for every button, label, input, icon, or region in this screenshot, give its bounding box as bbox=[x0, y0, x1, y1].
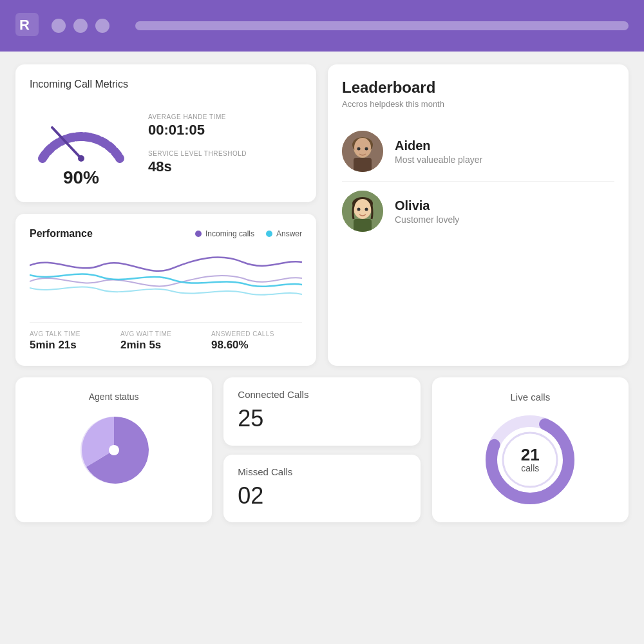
live-calls-chart: 21 calls bbox=[446, 412, 614, 508]
svg-point-19 bbox=[109, 445, 119, 455]
header: R bbox=[0, 0, 644, 52]
bottom-row: Agent status Connected Calls 25 bbox=[15, 377, 629, 522]
nav-dot-1[interactable] bbox=[52, 19, 66, 33]
agent-status-card: Agent status bbox=[15, 377, 212, 522]
service-level-value: 48s bbox=[148, 158, 247, 175]
avatar-olivia bbox=[342, 191, 383, 232]
incoming-call-metrics-card: Incoming Call Metrics 90% AVERAGE HANDE … bbox=[15, 64, 316, 202]
main-content: Incoming Call Metrics 90% AVERAGE HANDE … bbox=[0, 52, 644, 535]
live-calls-title: Live calls bbox=[446, 392, 614, 402]
metrics-title: Incoming Call Metrics bbox=[30, 79, 302, 90]
perf-header: Performance Incoming calls Answer bbox=[30, 228, 302, 240]
performance-card: Performance Incoming calls Answer bbox=[15, 214, 316, 366]
service-level-stat: SERVICE LEVEL THRESHOLD 48s bbox=[148, 150, 247, 175]
legend-label-incoming: Incoming calls bbox=[205, 229, 254, 238]
leaderboard-entry-aiden: Aiden Most valueable player bbox=[342, 122, 614, 181]
live-calls-center: 21 calls bbox=[521, 446, 540, 473]
agent-pie-chart bbox=[72, 408, 156, 492]
legend-label-answer: Answer bbox=[276, 229, 302, 238]
svg-rect-7 bbox=[354, 158, 372, 172]
agent-status-chart bbox=[30, 408, 198, 492]
avg-wait-time: AVG WAIT TIME 2min 5s bbox=[120, 330, 211, 352]
avg-handle-stat: AVERAGE HANDE TIME 00:01:05 bbox=[148, 113, 247, 138]
metrics-body: 90% AVERAGE HANDE TIME 00:01:05 SERVICE … bbox=[30, 100, 302, 188]
header-nav-dots bbox=[52, 19, 109, 33]
nav-dot-2[interactable] bbox=[73, 19, 88, 33]
svg-text:R: R bbox=[19, 17, 30, 33]
connected-calls-label: Connected Calls bbox=[238, 389, 406, 400]
leaderboard-card: Leaderboard Accros helpdesk this month A… bbox=[328, 64, 629, 366]
entry-desc-aiden: Most valueable player bbox=[395, 155, 482, 165]
gauge-wrap: 90% bbox=[30, 100, 133, 188]
connected-calls-card: Connected Calls 25 bbox=[223, 377, 420, 446]
leaderboard-title: Leaderboard bbox=[342, 79, 614, 97]
avg-talk-time: AVG TALK TIME 5min 21s bbox=[30, 330, 120, 352]
header-search-bar[interactable] bbox=[135, 21, 629, 30]
svg-rect-14 bbox=[354, 219, 372, 232]
perf-stats: AVG TALK TIME 5min 21s AVG WAIT TIME 2mi… bbox=[30, 322, 302, 352]
avg-talk-time-value: 5min 21s bbox=[30, 339, 120, 352]
avg-talk-time-label: AVG TALK TIME bbox=[30, 330, 120, 337]
metrics-stats: AVERAGE HANDE TIME 00:01:05 SERVICE LEVE… bbox=[148, 113, 247, 175]
missed-calls-label: Missed Calls bbox=[238, 466, 406, 477]
svg-point-16 bbox=[357, 208, 361, 211]
legend-dot-answer bbox=[266, 231, 272, 237]
answered-calls: ANSWERED CALLS 98.60% bbox=[211, 330, 302, 352]
performance-chart bbox=[30, 246, 302, 310]
answered-calls-value: 98.60% bbox=[211, 339, 302, 352]
entry-info-aiden: Aiden Most valueable player bbox=[395, 138, 482, 165]
avg-handle-label: AVERAGE HANDE TIME bbox=[148, 113, 247, 120]
avg-wait-time-value: 2min 5s bbox=[120, 339, 211, 352]
entry-name-olivia: Olivia bbox=[395, 198, 459, 213]
legend-incoming: Incoming calls bbox=[195, 229, 254, 238]
answered-calls-label: ANSWERED CALLS bbox=[211, 330, 302, 337]
agent-status-title: Agent status bbox=[30, 392, 198, 402]
perf-legend: Incoming calls Answer bbox=[195, 229, 302, 238]
leaderboard-entry-olivia: Olivia Customer lovely bbox=[342, 181, 614, 241]
legend-answer: Answer bbox=[266, 229, 302, 238]
avatar-aiden bbox=[342, 131, 383, 172]
connected-calls-value: 25 bbox=[238, 405, 406, 432]
svg-point-9 bbox=[357, 147, 361, 151]
svg-point-3 bbox=[78, 155, 84, 162]
gauge-chart bbox=[30, 100, 133, 165]
entry-desc-olivia: Customer lovely bbox=[395, 214, 459, 225]
svg-point-17 bbox=[365, 208, 368, 211]
live-calls-unit: calls bbox=[521, 463, 540, 473]
svg-point-8 bbox=[354, 138, 371, 157]
service-level-label: SERVICE LEVEL THRESHOLD bbox=[148, 150, 247, 157]
perf-title: Performance bbox=[30, 228, 93, 240]
gauge-percentage: 90% bbox=[63, 167, 99, 188]
missed-calls-card: Missed Calls 02 bbox=[223, 455, 420, 523]
live-calls-card: Live calls 21 calls bbox=[432, 377, 629, 522]
missed-calls-value: 02 bbox=[238, 482, 406, 509]
svg-point-10 bbox=[365, 147, 368, 151]
entry-name-aiden: Aiden bbox=[395, 138, 482, 153]
leaderboard-subtitle: Accros helpdesk this month bbox=[342, 99, 614, 109]
live-calls-count: 21 bbox=[521, 446, 540, 463]
avg-wait-time-label: AVG WAIT TIME bbox=[120, 330, 211, 337]
header-logo: R bbox=[15, 13, 39, 39]
avg-handle-value: 00:01:05 bbox=[148, 122, 247, 138]
legend-dot-incoming bbox=[195, 231, 202, 237]
entry-info-olivia: Olivia Customer lovely bbox=[395, 198, 459, 225]
calls-column: Connected Calls 25 Missed Calls 02 bbox=[223, 377, 420, 522]
nav-dot-3[interactable] bbox=[95, 19, 109, 33]
